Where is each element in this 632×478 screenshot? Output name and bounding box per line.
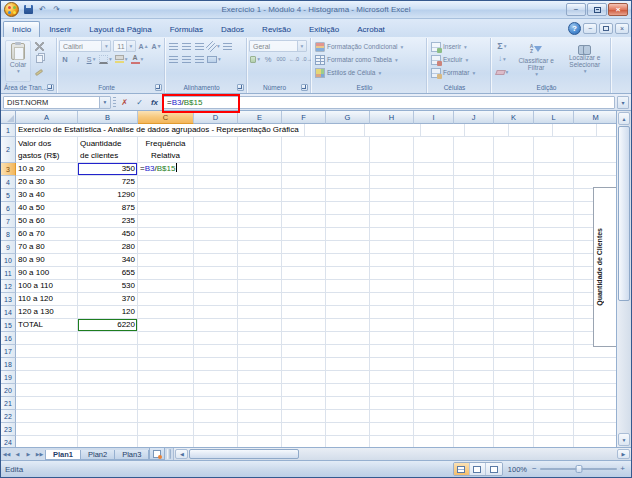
row-header-19[interactable]: 19 [1, 371, 16, 384]
cell-E5[interactable] [238, 189, 282, 202]
cell-B5[interactable]: 1290 [78, 189, 138, 202]
font-size-combo[interactable]: 11▾ [113, 40, 136, 52]
row-header-22[interactable]: 22 [1, 410, 16, 423]
cell-G15[interactable] [326, 319, 370, 332]
cell-A11[interactable]: 90 a 100 [16, 267, 78, 280]
cell-B11[interactable]: 655 [78, 267, 138, 280]
cell-L22[interactable] [534, 410, 574, 423]
cell-D3[interactable] [194, 163, 238, 176]
cell-F5[interactable] [282, 189, 326, 202]
cell-A5[interactable]: 30 a 40 [16, 189, 78, 202]
row-header-9[interactable]: 9 [1, 241, 16, 254]
cell-M20[interactable] [574, 384, 616, 397]
cell-L13[interactable] [534, 293, 574, 306]
scroll-right-arrow[interactable]: ▶ [617, 449, 630, 459]
normal-view-button[interactable] [454, 463, 470, 475]
cell-G12[interactable] [326, 280, 370, 293]
row-header-13[interactable]: 13 [1, 293, 16, 306]
cell-D10[interactable] [194, 254, 238, 267]
row-header-8[interactable]: 8 [1, 228, 16, 241]
cell-F12[interactable] [282, 280, 326, 293]
fill-color-button[interactable]: ▾ [114, 53, 129, 65]
column-header-E[interactable]: E [238, 111, 282, 124]
cell-K2[interactable] [494, 137, 534, 163]
cell-D14[interactable] [194, 306, 238, 319]
cell-A13[interactable]: 110 a 120 [16, 293, 78, 306]
cell-A24[interactable] [16, 436, 78, 447]
cell-H4[interactable] [370, 176, 414, 189]
cell-C18[interactable] [138, 358, 194, 371]
cell-C3[interactable]: =B3/B$15 [138, 163, 194, 176]
zoom-out-button[interactable]: − [532, 465, 537, 473]
cell-B14[interactable]: 120 [78, 306, 138, 319]
cell-K24[interactable] [494, 436, 534, 447]
cell-E17[interactable] [238, 345, 282, 358]
cell-A22[interactable] [16, 410, 78, 423]
cell-I4[interactable] [414, 176, 454, 189]
cell-K4[interactable] [494, 176, 534, 189]
cell-I15[interactable] [414, 319, 454, 332]
cell-J17[interactable] [454, 345, 494, 358]
cell-F19[interactable] [282, 371, 326, 384]
cell-M23[interactable] [574, 423, 616, 436]
cell-J22[interactable] [454, 410, 494, 423]
cell-G2[interactable] [326, 137, 370, 163]
page-break-view-button[interactable] [486, 463, 502, 475]
ribbon-tab-inserir[interactable]: Inserir [40, 21, 80, 37]
cell-D17[interactable] [194, 345, 238, 358]
cell-B19[interactable] [78, 371, 138, 384]
cell-B4[interactable]: 725 [78, 176, 138, 189]
cell-E15[interactable] [238, 319, 282, 332]
sort-filter-button[interactable]: AZ Classificar e Filtrar ▾ [513, 40, 560, 82]
font-color-button[interactable]: A▾ [130, 53, 145, 65]
cell-F23[interactable] [282, 423, 326, 436]
grow-font-button[interactable]: A▴ [137, 40, 149, 52]
cell-G14[interactable] [326, 306, 370, 319]
row-header-20[interactable]: 20 [1, 384, 16, 397]
cell-F24[interactable] [282, 436, 326, 447]
fill-button[interactable]: ↓▾ [493, 53, 511, 65]
cell-F22[interactable] [282, 410, 326, 423]
cell-H11[interactable] [370, 267, 414, 280]
cell-J6[interactable] [454, 202, 494, 215]
cell-K5[interactable] [494, 189, 534, 202]
row-header-12[interactable]: 12 [1, 280, 16, 293]
cell-D7[interactable] [194, 215, 238, 228]
cell-F14[interactable] [282, 306, 326, 319]
cell-E18[interactable] [238, 358, 282, 371]
column-header-M[interactable]: M [574, 111, 616, 124]
cell-A23[interactable] [16, 423, 78, 436]
cell-D24[interactable] [194, 436, 238, 447]
cell-D8[interactable] [194, 228, 238, 241]
cell-B9[interactable]: 280 [78, 241, 138, 254]
save-button[interactable] [22, 3, 35, 16]
cell-F4[interactable] [282, 176, 326, 189]
cell-M18[interactable] [574, 358, 616, 371]
restore-button[interactable] [587, 3, 607, 16]
cell-L6[interactable] [534, 202, 574, 215]
cell-C7[interactable] [138, 215, 194, 228]
cell-F9[interactable] [282, 241, 326, 254]
cell-H13[interactable] [370, 293, 414, 306]
cell-B21[interactable] [78, 397, 138, 410]
minimize-button[interactable]: − [566, 3, 586, 16]
cell-C22[interactable] [138, 410, 194, 423]
cell-C4[interactable] [138, 176, 194, 189]
cell-K20[interactable] [494, 384, 534, 397]
cell-I6[interactable] [414, 202, 454, 215]
cell-C20[interactable] [138, 384, 194, 397]
cell-M2[interactable] [574, 137, 616, 163]
cell-M3[interactable] [574, 163, 616, 176]
row-header-2[interactable]: 2 [1, 137, 16, 163]
cell-J14[interactable] [454, 306, 494, 319]
row-header-16[interactable]: 16 [1, 332, 16, 345]
cell-G21[interactable] [326, 397, 370, 410]
cell-B6[interactable]: 875 [78, 202, 138, 215]
column-header-C[interactable]: C [138, 111, 194, 124]
cell-H3[interactable] [370, 163, 414, 176]
row-header-4[interactable]: 4 [1, 176, 16, 189]
cell-G18[interactable] [326, 358, 370, 371]
cell-L17[interactable] [534, 345, 574, 358]
cell-C11[interactable] [138, 267, 194, 280]
orientation-button[interactable]: ▾ [206, 40, 221, 52]
